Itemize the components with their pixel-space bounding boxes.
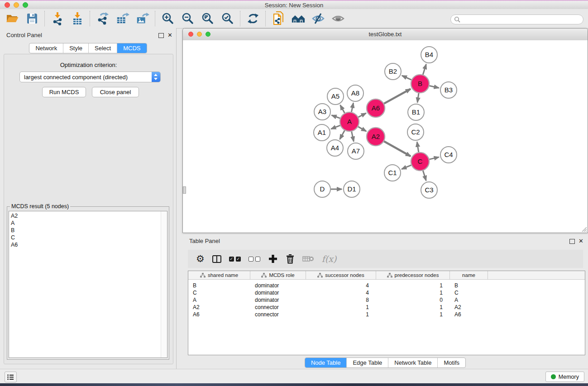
zoom-fit-icon[interactable] <box>201 12 215 25</box>
column-header-shared-name[interactable]: shared name <box>188 271 250 279</box>
mcds-result-list[interactable]: A2ABCA6 <box>9 211 167 358</box>
deselect-all-icon[interactable] <box>249 253 260 265</box>
graph-node-B1[interactable]: B1 <box>408 104 424 120</box>
close-panel-icon[interactable]: ✕ <box>578 238 583 244</box>
graph-node-C1[interactable]: C1 <box>384 165 401 181</box>
graph-node-A2[interactable]: A2 <box>367 128 385 146</box>
table-cell[interactable]: A6 <box>188 311 250 318</box>
table-cell[interactable]: A2 <box>450 304 488 310</box>
table-cell[interactable]: B <box>450 282 488 289</box>
tab-network[interactable]: Network <box>29 43 63 53</box>
graph-edge-B-B3[interactable] <box>429 86 439 88</box>
select-all-icon[interactable]: ✓✓ <box>229 253 241 265</box>
mcds-result-item[interactable]: A <box>11 219 159 227</box>
tab-select[interactable]: Select <box>88 43 117 53</box>
tab-node-table[interactable]: Node Table <box>305 358 347 367</box>
table-cell[interactable]: 1 <box>376 304 450 310</box>
table-cell[interactable]: connector <box>250 304 306 310</box>
graph-node-A8[interactable]: A8 <box>347 85 363 101</box>
table-cell[interactable]: A2 <box>188 304 250 310</box>
graph-edge-A-A3[interactable] <box>332 115 340 119</box>
close-panel-icon[interactable]: ✕ <box>167 32 172 38</box>
table-cell[interactable]: 1 <box>376 290 450 296</box>
settings-gear-icon[interactable]: ⚙ <box>196 253 205 265</box>
graph-node-B3[interactable]: B3 <box>440 82 457 98</box>
eye-slash-icon[interactable] <box>311 12 325 25</box>
graph-node-B2[interactable]: B2 <box>385 63 401 80</box>
function-builder-icon[interactable]: f(x) <box>322 253 337 265</box>
graph-node-B[interactable]: B <box>411 75 429 93</box>
panel-resize-grip[interactable] <box>183 186 186 194</box>
column-header-predecessor-nodes[interactable]: predecessor nodes <box>376 271 450 279</box>
graph-node-D[interactable]: D <box>314 181 330 197</box>
graph-edge-A6-B[interactable] <box>384 89 411 104</box>
mcds-result-item[interactable]: A2 <box>11 212 159 219</box>
graph-edge-A-A1[interactable] <box>331 125 340 129</box>
task-history-button[interactable] <box>5 372 17 382</box>
delete-icon[interactable] <box>286 253 295 265</box>
table-cell[interactable]: 1 <box>376 282 450 289</box>
graph-node-A5[interactable]: A5 <box>327 88 344 105</box>
delete-table-icon[interactable] <box>302 253 314 265</box>
first-neighbors-icon[interactable] <box>292 12 305 25</box>
export-image-icon[interactable] <box>136 12 149 25</box>
table-cell[interactable]: A <box>450 297 488 303</box>
table-cell[interactable]: A <box>188 297 250 303</box>
graph-edge-C-C2[interactable] <box>417 142 418 152</box>
window-resize-grip[interactable] <box>581 226 587 232</box>
tab-network-table[interactable]: Network Table <box>388 358 437 367</box>
column-header-mcds-role[interactable]: MCDS role <box>250 271 306 279</box>
tab-mcds[interactable]: MCDS <box>117 43 146 53</box>
graph-edge-C-C3[interactable] <box>423 171 426 181</box>
zoom-out-icon[interactable] <box>181 12 195 25</box>
graph-edge-A-A8[interactable] <box>351 103 353 112</box>
graph-edge-A2-C[interactable] <box>384 141 411 156</box>
open-folder-icon[interactable] <box>5 12 19 25</box>
graph-edge-B-B2[interactable] <box>402 76 411 80</box>
column-header-successor-nodes[interactable]: successor nodes <box>306 271 376 279</box>
graph-edge-C-C1[interactable] <box>402 165 411 169</box>
graph-node-B4[interactable]: B4 <box>421 47 437 63</box>
new-network-from-selection-icon[interactable] <box>272 12 285 25</box>
graph-edge-B-B4[interactable] <box>423 64 426 75</box>
scrollbar[interactable] <box>161 211 167 357</box>
zoom-in-icon[interactable] <box>161 12 175 25</box>
table-cell[interactable]: 8 <box>306 297 376 303</box>
graph-edge-C-C4[interactable] <box>429 157 439 159</box>
import-table-icon[interactable] <box>71 12 84 25</box>
export-network-icon[interactable] <box>96 12 110 25</box>
optimization-criterion-dropdown[interactable]: largest connected component (directed) <box>19 71 161 82</box>
mcds-result-item[interactable]: B <box>11 227 159 234</box>
table-row[interactable]: Cdominator41C <box>188 289 585 296</box>
table-cell[interactable]: 1 <box>306 304 376 310</box>
table-row[interactable]: A6connector11A6 <box>188 311 585 318</box>
graph-node-C2[interactable]: C2 <box>407 124 424 140</box>
eye-icon[interactable] <box>331 12 345 25</box>
table-cell[interactable]: 1 <box>376 311 450 318</box>
column-header-name[interactable]: name <box>450 271 488 279</box>
export-table-icon[interactable] <box>116 12 129 25</box>
add-row-icon[interactable] <box>268 253 278 265</box>
graph-edge-A-A5[interactable] <box>340 105 345 113</box>
graph-node-A3[interactable]: A3 <box>314 104 330 120</box>
table-cell[interactable]: 4 <box>306 290 376 296</box>
table-row[interactable]: Adominator80A <box>188 296 585 304</box>
network-canvas[interactable]: B4B2BB3B1A5A8A6A3AA1C2A2A4A7C4CC1C3DD1 <box>183 40 588 233</box>
tab-edge-table[interactable]: Edge Table <box>346 358 388 367</box>
table-cell[interactable]: 4 <box>306 282 376 289</box>
table-cell[interactable]: dominator <box>250 297 306 303</box>
memory-button[interactable]: Memory <box>545 372 584 382</box>
float-panel-icon[interactable] <box>158 33 164 38</box>
table-row[interactable]: Bdominator41B <box>188 282 585 289</box>
save-icon[interactable] <box>25 12 39 25</box>
import-network-icon[interactable] <box>51 12 64 25</box>
graph-node-C4[interactable]: C4 <box>440 147 457 163</box>
float-panel-icon[interactable] <box>569 239 575 244</box>
table-cell[interactable]: dominator <box>250 290 306 296</box>
graph-edge-A-A7[interactable] <box>352 132 354 142</box>
table-cell[interactable]: C <box>450 290 488 296</box>
mcds-result-item[interactable]: C <box>11 234 159 241</box>
node-table[interactable]: shared nameMCDS rolesuccessor nodesprede… <box>188 271 585 355</box>
graph-edge-A-A2[interactable] <box>358 127 366 131</box>
graph-edge-B-B1[interactable] <box>417 93 419 102</box>
